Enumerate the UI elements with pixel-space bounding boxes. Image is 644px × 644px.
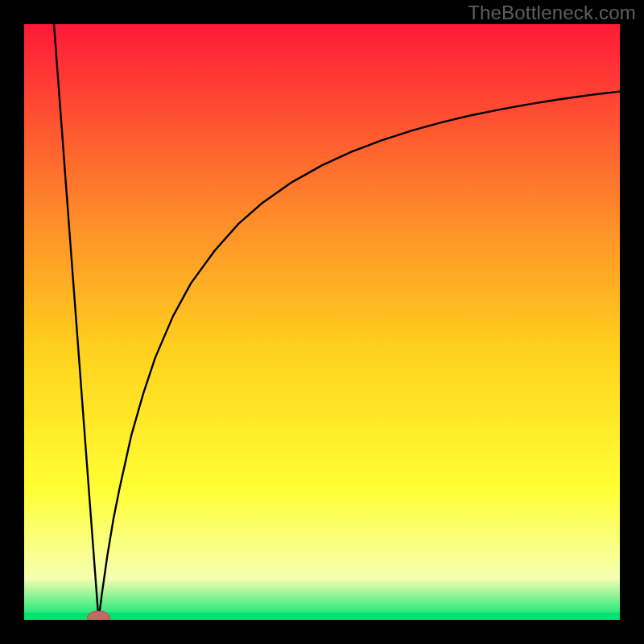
chart-frame: TheBottleneck.com	[0, 0, 644, 644]
green-baseline-strip	[24, 613, 620, 620]
watermark-text: TheBottleneck.com	[468, 2, 636, 24]
gradient-background	[24, 24, 620, 620]
plot-area	[24, 24, 620, 620]
chart-svg	[24, 24, 620, 620]
